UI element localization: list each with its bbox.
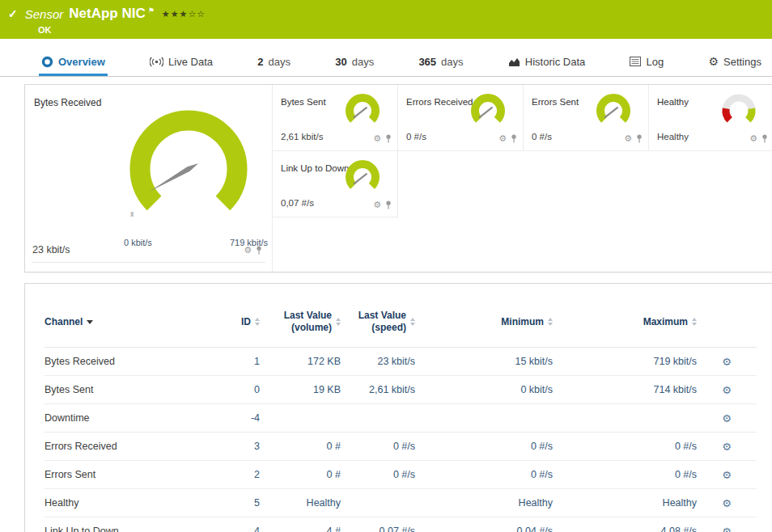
tab-log[interactable]: Log — [627, 49, 666, 76]
tab-2-days-label: days — [268, 56, 290, 68]
star-icon-filled[interactable]: ★ — [180, 9, 189, 19]
gauge-title: Bytes Sent — [281, 97, 326, 107]
tab-log-label: Log — [646, 56, 664, 68]
gauge-pin-button[interactable] — [636, 134, 643, 143]
column-header-last-value-volume[interactable]: Last Value(volume) — [260, 300, 341, 348]
gauge-settings-button[interactable]: ⚙ — [244, 246, 252, 255]
channel-last-value-volume: Healthy — [260, 489, 341, 517]
column-label: Maximum — [643, 316, 688, 327]
channel-minimum — [415, 404, 553, 433]
channel-row-errors-received: Errors Received 3 0 # 0 #/s 0 #/s 0 #/s … — [45, 433, 757, 461]
gauge-healthy: Healthy Healthy ⚙ — [649, 85, 772, 151]
gauge-link-up-to-down: Link Up to Down 0,07 #/s ⚙ — [273, 151, 398, 217]
gauge-value: 2,61 kbit/s — [281, 132, 323, 141]
errors-received-gauge — [466, 92, 510, 131]
tab-historic-data[interactable]: Historic Data — [506, 49, 587, 76]
channel-id: 0 — [210, 376, 260, 404]
tab-30-days[interactable]: 30 days — [333, 49, 376, 76]
gauge-value: 0 #/s — [532, 132, 552, 141]
column-header-maximum[interactable]: Maximum — [553, 300, 697, 348]
gauge-errors-sent: Errors Sent 0 #/s ⚙ — [524, 85, 649, 151]
empty-cell — [398, 151, 524, 217]
channel-name: Errors Sent — [45, 461, 210, 489]
channel-last-value-volume: 0 # — [260, 433, 341, 461]
gauge-min-label: 0 kbit/s — [124, 238, 152, 247]
channel-settings-button[interactable]: ⚙ — [722, 441, 732, 453]
tab-settings[interactable]: ⚙ Settings — [706, 49, 764, 76]
tab-2-days-number: 2 — [257, 56, 263, 68]
gauge-arc — [350, 98, 375, 120]
gauge-needle — [479, 108, 493, 118]
star-icon-empty[interactable]: ☆ — [188, 9, 197, 19]
bytes-received-gauge: x̄ — [116, 103, 261, 239]
link-up-to-down-gauge — [341, 158, 384, 197]
pin-icon — [761, 134, 768, 143]
gauge-pin-button[interactable] — [385, 134, 392, 143]
channel-minimum: Healthy — [415, 489, 553, 517]
gauge-settings-button[interactable]: ⚙ — [498, 134, 507, 143]
star-icon-filled[interactable]: ★ — [162, 9, 171, 19]
gauge-value: 23 kbit/s — [32, 244, 70, 255]
column-label: Last Value — [284, 310, 332, 322]
column-header-last-value-speed[interactable]: Last Value(speed) — [341, 300, 415, 348]
channel-maximum: 0 #/s — [553, 433, 697, 461]
gauge-settings-button[interactable]: ⚙ — [624, 134, 632, 143]
priority-rating[interactable]: ★★★☆☆ — [162, 9, 206, 19]
channel-settings-button[interactable]: ⚙ — [722, 356, 732, 368]
channel-row-bytes-received: Bytes Received 1 172 KB 23 kbit/s 15 kbi… — [45, 348, 757, 376]
channel-maximum — [553, 404, 697, 433]
channel-minimum: 0,04 #/s — [415, 517, 553, 532]
gauge-arc-green — [748, 108, 752, 120]
gauge-needle — [354, 108, 367, 118]
channel-last-value-speed: 0,07 #/s — [341, 517, 415, 532]
channel-id: 3 — [210, 433, 260, 461]
overview-donut-icon — [41, 56, 53, 68]
gauge-pin-button[interactable] — [385, 201, 392, 209]
gauge-settings-button[interactable]: ⚙ — [373, 134, 381, 143]
tab-365-days[interactable]: 365 days — [416, 49, 465, 76]
star-icon-filled[interactable]: ★ — [171, 9, 180, 19]
tab-365-days-number: 365 — [418, 56, 436, 68]
channel-settings-button[interactable]: ⚙ — [722, 497, 732, 509]
tab-live-data[interactable]: Live Data — [147, 49, 215, 76]
gauge-value: 0,07 #/s — [281, 198, 314, 208]
gauge-settings-button[interactable]: ⚙ — [749, 134, 757, 143]
sensor-header: ✓ Sensor NetApp NIC ⚑ ★★★☆☆ OK — [0, 0, 772, 39]
column-header-id[interactable]: ID — [210, 300, 260, 348]
tab-bar: Overview Live Data 2 days 30 days 365 da… — [0, 49, 772, 77]
log-list-icon — [630, 57, 641, 66]
channel-settings-button[interactable]: ⚙ — [722, 412, 732, 424]
sort-icon — [255, 318, 260, 326]
channels-table: Channel ID Last Value(volume) Last Value… — [45, 300, 757, 532]
column-header-minimum[interactable]: Minimum — [415, 300, 553, 348]
gauge-arc-red — [726, 108, 730, 120]
gauge-bytes-sent: Bytes Sent 2,61 kbit/s ⚙ — [273, 85, 398, 151]
gauge-settings-button[interactable]: ⚙ — [373, 201, 381, 209]
channel-last-value-speed: 23 kbit/s — [341, 348, 415, 376]
tab-2-days[interactable]: 2 days — [255, 49, 293, 76]
channel-settings-button[interactable]: ⚙ — [722, 384, 732, 396]
gauge-title: Errors Sent — [532, 97, 579, 107]
gauge-arc — [600, 98, 626, 120]
tab-overview[interactable]: Overview — [39, 49, 108, 76]
sensor-status: OK — [38, 25, 764, 35]
gauge-pin-button[interactable] — [761, 134, 768, 143]
star-icon-empty[interactable]: ☆ — [197, 9, 206, 19]
small-gauges-grid: Bytes Sent 2,61 kbit/s ⚙ Errors Received… — [273, 85, 772, 272]
column-header-channel[interactable]: Channel — [45, 300, 210, 348]
gauge-title: Healthy — [657, 97, 689, 107]
channel-settings-button[interactable]: ⚙ — [722, 469, 732, 481]
channel-row-errors-sent: Errors Sent 2 0 # 0 #/s 0 #/s 0 #/s ⚙ — [45, 461, 757, 489]
tab-365-days-label: days — [441, 56, 463, 68]
gauge-pin-button[interactable] — [256, 246, 262, 255]
channel-name: Bytes Received — [45, 348, 210, 376]
sensor-type-label: Sensor — [25, 7, 64, 21]
gauge-pin-button[interactable] — [511, 134, 517, 143]
channel-name: Link Up to Down — [45, 517, 210, 532]
gauge-title: Errors Received — [406, 97, 473, 107]
channel-minimum: 0 #/s — [415, 433, 553, 461]
channel-settings-button[interactable]: ⚙ — [722, 526, 732, 532]
channel-last-value-volume: 0 # — [260, 461, 341, 489]
pin-icon — [636, 134, 643, 143]
live-data-broadcast-icon — [150, 57, 163, 67]
